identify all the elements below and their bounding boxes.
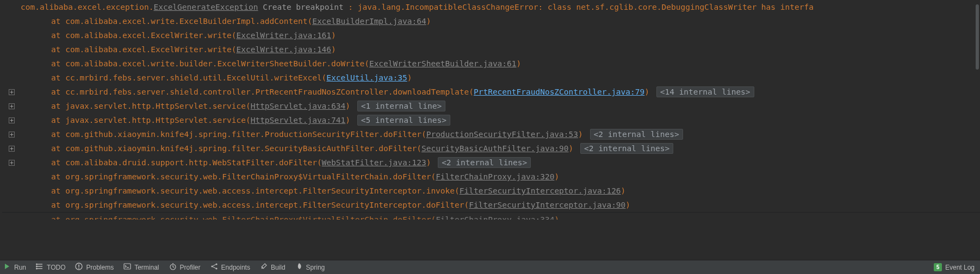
frame-method: org.springframework.security.web.access.… — [65, 201, 469, 209]
stack-frame: at com.alibaba.druid.support.http.WebSta… — [2, 155, 980, 170]
run-label: Run — [14, 264, 26, 271]
spring-toolwindow-button[interactable]: Spring — [295, 263, 325, 272]
event-log-button[interactable]: 5 Event Log — [934, 263, 975, 271]
terminal-icon — [123, 263, 131, 272]
folded-lines-badge[interactable]: <14 internal lines> — [656, 86, 754, 97]
fold-toggle-icon[interactable] — [4, 85, 18, 99]
folded-lines-badge[interactable]: <2 internal lines> — [590, 129, 683, 140]
at-keyword: at — [51, 88, 65, 96]
frame-method: com.github.xiaoymin.knife4j.spring.filte… — [65, 130, 426, 139]
exception-separator: : — [344, 3, 358, 11]
svg-point-22 — [36, 264, 38, 265]
list-icon — [36, 263, 44, 272]
frame-method: org.springframework.security.web.FilterC… — [65, 215, 436, 220]
exception-message: java.lang.IncompatibleClassChangeError: … — [358, 3, 814, 11]
source-link[interactable]: HttpServlet.java:634 — [251, 102, 346, 110]
source-link[interactable]: SecurityBasicAuthFilter.java:90 — [421, 144, 569, 153]
svg-point-24 — [36, 268, 38, 269]
bottom-toolbar: Run TODO Problems Terminal — [0, 260, 980, 274]
frame-method: cc.mrbird.febs.server.shield.util.ExcelU… — [65, 73, 326, 82]
problems-toolwindow-button[interactable]: Problems — [75, 263, 114, 272]
svg-point-27 — [78, 267, 79, 269]
console-output[interactable]: com.alibaba.excel.exception.ExcelGenerat… — [0, 0, 980, 260]
at-keyword: at — [51, 59, 65, 68]
frame-method: javax.servlet.http.HttpServlet.service( — [65, 102, 250, 110]
frame-method: com.alibaba.excel.ExcelWriter.write( — [65, 45, 236, 54]
at-keyword: at — [51, 158, 65, 167]
source-link[interactable]: FilterChainProxy.java:320 — [436, 172, 554, 181]
endpoints-toolwindow-button[interactable]: Endpoints — [210, 263, 250, 272]
fold-toggle-icon[interactable] — [4, 99, 18, 113]
source-link[interactable]: FilterSecurityInterceptor.java:90 — [469, 201, 625, 209]
stack-frame: at javax.servlet.http.HttpServlet.servic… — [2, 113, 980, 127]
scrollbar-track[interactable] — [975, 0, 980, 260]
stack-frame: at org.springframework.security.web.Filt… — [2, 212, 980, 220]
source-link[interactable]: FilterSecurityInterceptor.java:126 — [460, 186, 621, 195]
fold-toggle-icon[interactable] — [4, 113, 18, 127]
source-link[interactable]: ExcelWriter.java:161 — [236, 31, 331, 40]
endpoints-label: Endpoints — [221, 264, 250, 271]
frame-method: com.github.xiaoymin.knife4j.spring.filte… — [65, 144, 421, 153]
frame-method: com.alibaba.excel.write.ExcelBuilderImpl… — [65, 17, 312, 26]
profiler-icon — [169, 263, 177, 272]
warning-icon — [75, 263, 83, 272]
source-link[interactable]: ExcelUtil.java:35 — [326, 73, 407, 82]
folded-lines-badge[interactable]: <2 internal lines> — [438, 157, 531, 168]
svg-point-34 — [211, 265, 213, 267]
exception-package: com.alibaba.excel.exception. — [21, 3, 153, 11]
stack-frame: at com.alibaba.excel.write.builder.Excel… — [2, 57, 980, 71]
at-keyword: at — [51, 17, 65, 26]
create-breakpoint-link[interactable]: Create breakpoint — [263, 3, 343, 11]
source-link[interactable]: WebStatFilter.java:123 — [322, 158, 426, 167]
at-keyword: at — [51, 144, 65, 153]
folded-lines-badge[interactable]: <5 internal lines> — [357, 115, 450, 126]
at-keyword: at — [51, 45, 65, 54]
folded-lines-badge[interactable]: <2 internal lines> — [580, 143, 673, 154]
svg-point-35 — [215, 263, 217, 265]
scrollbar-thumb[interactable] — [976, 4, 979, 70]
frame-method: com.alibaba.excel.ExcelWriter.write( — [65, 31, 236, 40]
build-label: Build — [271, 264, 286, 271]
run-toolwindow-button[interactable]: Run — [3, 263, 26, 272]
source-link[interactable]: ProductionSecurityFilter.java:53 — [426, 130, 578, 139]
source-link[interactable]: HttpServlet.java:741 — [251, 116, 346, 124]
svg-line-37 — [213, 265, 215, 266]
hammer-icon — [260, 263, 268, 272]
tool-group-left: Run TODO Problems Terminal — [3, 263, 325, 272]
stack-frame: at com.github.xiaoymin.knife4j.spring.fi… — [2, 141, 980, 155]
profiler-toolwindow-button[interactable]: Profiler — [169, 263, 201, 272]
source-link[interactable]: ExcelBuilderImpl.java:64 — [312, 17, 426, 26]
at-keyword: at — [51, 116, 65, 124]
frame-method: org.springframework.security.web.access.… — [65, 186, 460, 195]
fold-toggle-icon[interactable] — [4, 127, 18, 141]
at-keyword: at — [51, 102, 65, 110]
todo-toolwindow-button[interactable]: TODO — [36, 263, 65, 272]
at-keyword: at — [51, 172, 65, 181]
fold-toggle-icon[interactable] — [4, 155, 18, 170]
todo-label: TODO — [47, 264, 65, 271]
stack-frame: at com.alibaba.excel.ExcelWriter.write(E… — [2, 42, 980, 57]
event-log-count-badge: 5 — [934, 263, 942, 271]
frame-method: org.springframework.security.web.FilterC… — [65, 172, 436, 181]
svg-line-32 — [173, 267, 175, 267]
stack-frame: at cc.mrbird.febs.server.shield.controll… — [2, 85, 980, 99]
fold-toggle-icon[interactable] — [4, 141, 18, 155]
stack-frame: at com.alibaba.excel.ExcelWriter.write(E… — [2, 28, 980, 42]
problems-label: Problems — [86, 264, 114, 271]
folded-lines-badge[interactable]: <1 internal line> — [357, 101, 445, 111]
terminal-label: Terminal — [134, 264, 159, 271]
svg-point-23 — [36, 266, 38, 267]
terminal-toolwindow-button[interactable]: Terminal — [123, 263, 159, 272]
source-link[interactable]: FilterChainProxy.java:334 — [436, 215, 554, 220]
exception-class-link[interactable]: ExcelGenerateException — [153, 3, 258, 11]
source-link[interactable]: ExcelWriterSheetBuilder.java:61 — [369, 59, 517, 68]
play-icon — [3, 263, 11, 272]
source-link[interactable]: ExcelWriter.java:146 — [236, 45, 331, 54]
at-keyword: at — [51, 31, 65, 40]
build-toolwindow-button[interactable]: Build — [260, 263, 286, 272]
source-link[interactable]: PrtRecentFraudNosZController.java:79 — [474, 88, 644, 96]
stack-frame: at com.alibaba.excel.write.ExcelBuilderI… — [2, 14, 980, 28]
stack-frame: at javax.servlet.http.HttpServlet.servic… — [2, 99, 980, 113]
endpoints-icon — [210, 263, 218, 272]
svg-point-36 — [215, 267, 217, 269]
